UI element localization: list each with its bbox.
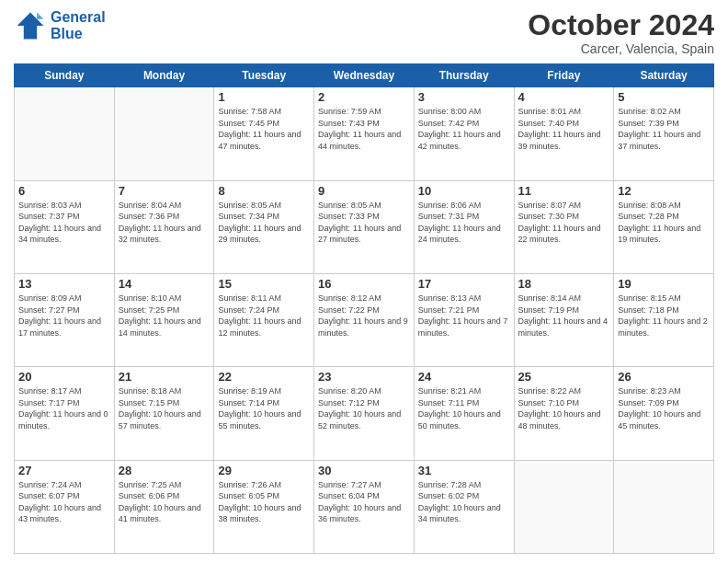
day-number: 18 xyxy=(518,277,610,291)
col-wednesday: Wednesday xyxy=(314,64,415,87)
day-info: Sunrise: 8:23 AM Sunset: 7:09 PM Dayligh… xyxy=(618,385,710,431)
table-cell: 17Sunrise: 8:13 AM Sunset: 7:21 PM Dayli… xyxy=(414,273,514,366)
day-number: 10 xyxy=(418,184,510,198)
page: General Blue October 2024 Carcer, Valenc… xyxy=(0,0,728,563)
table-cell: 16Sunrise: 8:12 AM Sunset: 7:22 PM Dayli… xyxy=(314,273,415,366)
table-cell: 13Sunrise: 8:09 AM Sunset: 7:27 PM Dayli… xyxy=(15,273,115,366)
day-number: 12 xyxy=(618,184,710,198)
week-row-4: 20Sunrise: 8:17 AM Sunset: 7:17 PM Dayli… xyxy=(15,367,714,460)
table-cell: 26Sunrise: 8:23 AM Sunset: 7:09 PM Dayli… xyxy=(614,367,714,460)
table-cell xyxy=(114,87,214,180)
table-cell: 30Sunrise: 7:27 AM Sunset: 6:04 PM Dayli… xyxy=(314,460,415,553)
svg-marker-1 xyxy=(37,13,43,19)
day-number: 4 xyxy=(518,90,610,104)
day-number: 6 xyxy=(18,184,110,198)
day-info: Sunrise: 8:05 AM Sunset: 7:34 PM Dayligh… xyxy=(218,200,310,246)
table-cell: 7Sunrise: 8:04 AM Sunset: 7:36 PM Daylig… xyxy=(114,180,214,273)
month-title: October 2024 xyxy=(528,9,714,41)
calendar-table: Sunday Monday Tuesday Wednesday Thursday… xyxy=(14,63,714,554)
day-info: Sunrise: 8:18 AM Sunset: 7:15 PM Dayligh… xyxy=(119,385,210,431)
day-number: 16 xyxy=(318,277,410,291)
day-number: 25 xyxy=(518,370,610,384)
col-saturday: Saturday xyxy=(614,64,714,87)
table-cell: 3Sunrise: 8:00 AM Sunset: 7:42 PM Daylig… xyxy=(414,87,514,180)
day-number: 24 xyxy=(418,370,510,384)
logo-text: General Blue xyxy=(51,9,106,42)
table-cell xyxy=(15,87,115,180)
table-cell: 23Sunrise: 8:20 AM Sunset: 7:12 PM Dayli… xyxy=(314,367,415,460)
day-info: Sunrise: 8:19 AM Sunset: 7:14 PM Dayligh… xyxy=(218,385,310,431)
title-block: October 2024 Carcer, Valencia, Spain xyxy=(528,9,714,56)
logo-line2: Blue xyxy=(51,26,106,42)
day-info: Sunrise: 8:20 AM Sunset: 7:12 PM Dayligh… xyxy=(318,385,410,431)
day-number: 28 xyxy=(119,464,210,477)
table-cell: 29Sunrise: 7:26 AM Sunset: 6:05 PM Dayli… xyxy=(214,460,314,553)
day-info: Sunrise: 8:02 AM Sunset: 7:39 PM Dayligh… xyxy=(618,106,710,152)
day-number: 15 xyxy=(218,277,310,291)
day-info: Sunrise: 7:27 AM Sunset: 6:04 PM Dayligh… xyxy=(318,479,410,525)
table-cell: 28Sunrise: 7:25 AM Sunset: 6:06 PM Dayli… xyxy=(114,460,214,553)
table-cell xyxy=(514,460,614,553)
header: General Blue October 2024 Carcer, Valenc… xyxy=(14,9,714,56)
table-cell: 4Sunrise: 8:01 AM Sunset: 7:40 PM Daylig… xyxy=(514,87,614,180)
day-number: 29 xyxy=(218,464,310,477)
day-number: 8 xyxy=(218,184,310,198)
day-info: Sunrise: 8:17 AM Sunset: 7:17 PM Dayligh… xyxy=(18,385,110,431)
table-cell xyxy=(614,460,714,553)
day-info: Sunrise: 8:09 AM Sunset: 7:27 PM Dayligh… xyxy=(18,293,110,339)
day-info: Sunrise: 8:11 AM Sunset: 7:24 PM Dayligh… xyxy=(218,293,310,339)
day-number: 9 xyxy=(318,184,410,198)
table-cell: 21Sunrise: 8:18 AM Sunset: 7:15 PM Dayli… xyxy=(114,367,214,460)
col-tuesday: Tuesday xyxy=(214,64,314,87)
table-cell: 15Sunrise: 8:11 AM Sunset: 7:24 PM Dayli… xyxy=(214,273,314,366)
day-number: 19 xyxy=(618,277,710,291)
week-row-3: 13Sunrise: 8:09 AM Sunset: 7:27 PM Dayli… xyxy=(15,273,714,366)
day-info: Sunrise: 8:05 AM Sunset: 7:33 PM Dayligh… xyxy=(318,200,410,246)
day-number: 26 xyxy=(618,370,710,384)
week-row-1: 1Sunrise: 7:58 AM Sunset: 7:45 PM Daylig… xyxy=(15,87,714,180)
table-cell: 14Sunrise: 8:10 AM Sunset: 7:25 PM Dayli… xyxy=(114,273,214,366)
day-info: Sunrise: 7:26 AM Sunset: 6:05 PM Dayligh… xyxy=(218,479,310,525)
logo-line1: General xyxy=(51,9,106,26)
day-number: 27 xyxy=(18,464,110,477)
day-info: Sunrise: 8:07 AM Sunset: 7:30 PM Dayligh… xyxy=(518,200,610,246)
day-number: 22 xyxy=(218,370,310,384)
table-cell: 18Sunrise: 8:14 AM Sunset: 7:19 PM Dayli… xyxy=(514,273,614,366)
day-info: Sunrise: 8:10 AM Sunset: 7:25 PM Dayligh… xyxy=(119,293,210,339)
table-cell: 20Sunrise: 8:17 AM Sunset: 7:17 PM Dayli… xyxy=(15,367,115,460)
table-cell: 8Sunrise: 8:05 AM Sunset: 7:34 PM Daylig… xyxy=(214,180,314,273)
day-number: 3 xyxy=(418,90,510,104)
day-number: 30 xyxy=(318,464,410,477)
table-cell: 27Sunrise: 7:24 AM Sunset: 6:07 PM Dayli… xyxy=(15,460,115,553)
day-info: Sunrise: 8:14 AM Sunset: 7:19 PM Dayligh… xyxy=(518,293,610,339)
table-cell: 1Sunrise: 7:58 AM Sunset: 7:45 PM Daylig… xyxy=(214,87,314,180)
day-number: 2 xyxy=(318,90,410,104)
table-cell: 12Sunrise: 8:08 AM Sunset: 7:28 PM Dayli… xyxy=(614,180,714,273)
table-cell: 22Sunrise: 8:19 AM Sunset: 7:14 PM Dayli… xyxy=(214,367,314,460)
day-number: 14 xyxy=(119,277,210,291)
day-number: 7 xyxy=(119,184,210,198)
header-row: Sunday Monday Tuesday Wednesday Thursday… xyxy=(15,64,714,87)
day-info: Sunrise: 7:28 AM Sunset: 6:02 PM Dayligh… xyxy=(418,479,510,525)
col-monday: Monday xyxy=(114,64,214,87)
day-info: Sunrise: 8:13 AM Sunset: 7:21 PM Dayligh… xyxy=(418,293,510,339)
table-cell: 2Sunrise: 7:59 AM Sunset: 7:43 PM Daylig… xyxy=(314,87,415,180)
table-cell: 10Sunrise: 8:06 AM Sunset: 7:31 PM Dayli… xyxy=(414,180,514,273)
day-info: Sunrise: 8:15 AM Sunset: 7:18 PM Dayligh… xyxy=(618,293,710,339)
week-row-5: 27Sunrise: 7:24 AM Sunset: 6:07 PM Dayli… xyxy=(15,460,714,553)
day-number: 23 xyxy=(318,370,410,384)
day-info: Sunrise: 8:21 AM Sunset: 7:11 PM Dayligh… xyxy=(418,385,510,431)
day-info: Sunrise: 8:04 AM Sunset: 7:36 PM Dayligh… xyxy=(119,200,210,246)
col-sunday: Sunday xyxy=(15,64,115,87)
day-info: Sunrise: 7:58 AM Sunset: 7:45 PM Dayligh… xyxy=(218,106,310,152)
table-cell: 31Sunrise: 7:28 AM Sunset: 6:02 PM Dayli… xyxy=(414,460,514,553)
col-friday: Friday xyxy=(514,64,614,87)
logo: General Blue xyxy=(14,9,106,42)
day-info: Sunrise: 7:59 AM Sunset: 7:43 PM Dayligh… xyxy=(318,106,410,152)
table-cell: 6Sunrise: 8:03 AM Sunset: 7:37 PM Daylig… xyxy=(15,180,115,273)
table-cell: 9Sunrise: 8:05 AM Sunset: 7:33 PM Daylig… xyxy=(314,180,415,273)
day-info: Sunrise: 7:25 AM Sunset: 6:06 PM Dayligh… xyxy=(119,479,210,525)
table-cell: 19Sunrise: 8:15 AM Sunset: 7:18 PM Dayli… xyxy=(614,273,714,366)
col-thursday: Thursday xyxy=(414,64,514,87)
day-number: 11 xyxy=(518,184,610,198)
